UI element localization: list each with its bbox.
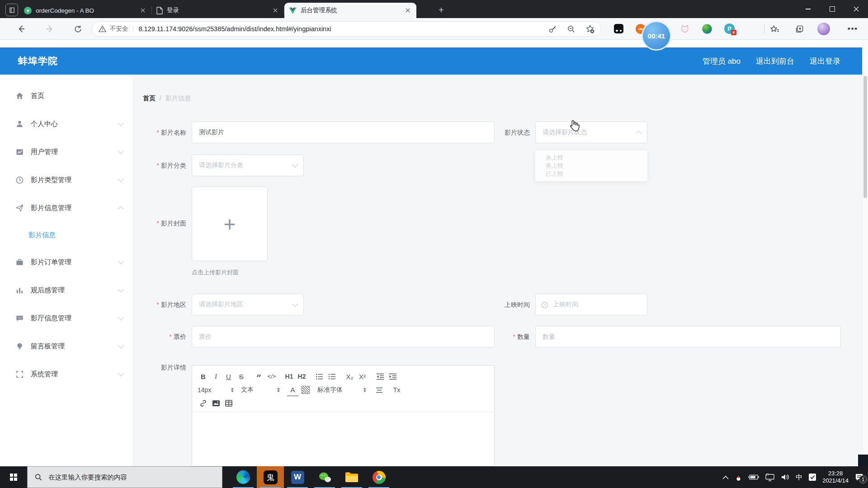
sidebar-item-system-management[interactable]: 系统管理 [0,360,133,388]
browser-tab-admin-active[interactable]: 后台管理系统 [284,3,416,18]
blockquote-button[interactable]: ” [253,372,264,384]
password-key-icon[interactable] [548,25,557,33]
maximize-button[interactable] [820,0,844,18]
extension-idm-globe-icon[interactable] [702,24,712,34]
exit-to-front-link[interactable]: 退出到前台 [756,56,794,66]
ime-indicator[interactable]: 中 [796,473,802,482]
sidebar-item-personal-center[interactable]: 个人中心 [0,110,133,138]
qq-icon[interactable] [735,473,742,482]
clear-format-button[interactable]: Tx [391,384,402,396]
settings-menu-icon[interactable]: ••• [846,23,859,35]
zoom-out-icon[interactable] [567,25,576,33]
lightbulb-icon [15,342,24,351]
align-button[interactable] [373,384,385,396]
font-color-button[interactable]: A [287,384,298,396]
favorites-bar-icon[interactable] [769,23,781,35]
highlight-color-button[interactable] [300,384,311,396]
sidebar-item-cinema-hall-management[interactable]: 影厅信息管理 [0,304,133,332]
profile-avatar[interactable] [817,23,830,35]
taskbar-chrome-icon[interactable] [365,466,392,488]
page-scrollbar[interactable] [862,40,868,466]
taskbar-edge-icon[interactable] [230,466,257,488]
outdent-button[interactable] [374,371,386,382]
sidebar-item-movie-info-management[interactable]: 影片信息管理 [0,194,133,222]
sidebar-item-message-board-management[interactable]: 留言板管理 [0,332,133,360]
browser-tab-login[interactable]: 登录 [152,3,284,18]
url-text[interactable]: 8.129.11.174:9026/ssm25385/admin/dist/in… [139,25,543,33]
address-bar[interactable]: 不安全 8.129.11.174:9026/ssm25385/admin/dis… [92,21,601,37]
new-tab-button[interactable]: + [435,5,447,16]
sidebar-item-review-management[interactable]: 观后感管理 [0,276,133,304]
sidebar-item-movie-order-management[interactable]: 影片订单管理 [0,248,133,276]
sidebar-item-movie-type-management[interactable]: 影片类型管理 [0,166,133,194]
sidebar-subitem-movie-info-active[interactable]: 影片信息 [0,222,133,248]
movie-region-select[interactable]: 请选择影片地区 [192,294,304,315]
quantity-input[interactable] [535,326,841,347]
movie-status-select[interactable]: 请选择影片状态 [535,122,647,143]
sidebar-item-home[interactable]: 首页 [0,82,133,110]
security-check-icon[interactable] [808,473,816,481]
close-button[interactable] [844,0,868,18]
dropdown-option[interactable]: 将上映 [535,162,647,170]
superscript-button[interactable]: X² [357,371,368,382]
extension-dark-icon[interactable] [614,24,623,33]
tray-expand-chevron-icon[interactable] [722,475,729,479]
breadcrumb-home[interactable]: 首页 [143,94,156,102]
notification-center-icon[interactable]: 1 [855,473,863,481]
insert-video-button[interactable] [223,397,234,409]
paragraph-format-select[interactable]: 文本 [241,384,280,396]
display-icon[interactable] [765,474,775,481]
taskbar-wechat-icon[interactable] [311,466,338,488]
forward-icon[interactable] [43,23,56,35]
release-time-picker[interactable]: 上映时间 [535,294,647,315]
cover-upload-box[interactable]: + [192,187,268,261]
taskbar-active-app-icon[interactable]: 鬼 [257,466,284,488]
indent-button[interactable] [387,371,398,382]
volume-icon[interactable] [781,474,790,481]
underline-button[interactable]: U [223,371,234,382]
editor-content[interactable] [192,412,494,465]
sidebar-item-user-management[interactable]: 用户管理 [0,138,133,166]
ordered-list-button[interactable] [314,371,325,382]
font-size-select[interactable]: 14px [198,384,234,396]
taskbar-explorer-icon[interactable] [338,466,365,488]
browser-tab-ordercodegen[interactable]: v orderCodegen - A BO [19,3,151,18]
scrollbar-thumb[interactable] [863,76,867,198]
battery-icon[interactable] [748,474,759,480]
extension-profile-p-icon[interactable]: P# [724,23,735,34]
subscript-button[interactable]: X₂ [344,371,355,382]
extension-cat-icon[interactable] [680,24,690,34]
ticket-price-input[interactable] [192,326,495,347]
tab-close-icon[interactable] [139,6,147,14]
taskbar-search[interactable] [27,466,222,488]
favorite-star-add-icon[interactable] [585,24,594,33]
taskbar-clock[interactable]: 23:28 2021/4/14 [822,470,849,484]
bold-button[interactable]: B [198,371,209,382]
italic-button[interactable]: I [210,371,222,382]
refresh-icon[interactable] [71,23,84,35]
minimize-button[interactable] [796,0,820,18]
back-icon[interactable] [15,23,28,35]
code-button[interactable]: </> [266,371,277,382]
insert-image-button[interactable] [210,397,222,409]
insert-link-button[interactable] [198,397,209,409]
tab-close-icon[interactable] [271,6,279,14]
collections-icon[interactable] [793,23,806,35]
dropdown-option[interactable]: 已上映 [535,170,647,178]
workspaces-icon[interactable] [5,4,18,16]
tab-close-icon[interactable] [404,6,412,14]
heading2-button[interactable]: H2 [296,371,307,382]
admin-user-link[interactable]: 管理员 abo [703,56,741,66]
font-family-select[interactable]: 标准字体 [317,384,366,396]
dropdown-option[interactable]: 未上映 [535,154,647,162]
strikethrough-button[interactable]: S [236,371,247,382]
taskbar-search-input[interactable] [47,473,212,481]
start-button[interactable] [0,466,27,488]
taskbar-word-icon[interactable]: W [284,466,311,488]
bullet-list-button[interactable] [326,371,338,382]
heading1-button[interactable]: H1 [283,371,295,382]
movie-category-select[interactable]: 请选择影片分类 [192,155,304,176]
logout-link[interactable]: 退出登录 [810,56,840,66]
screen-recorder-timer[interactable]: 00:41 [642,21,671,51]
movie-name-input[interactable] [192,122,495,143]
